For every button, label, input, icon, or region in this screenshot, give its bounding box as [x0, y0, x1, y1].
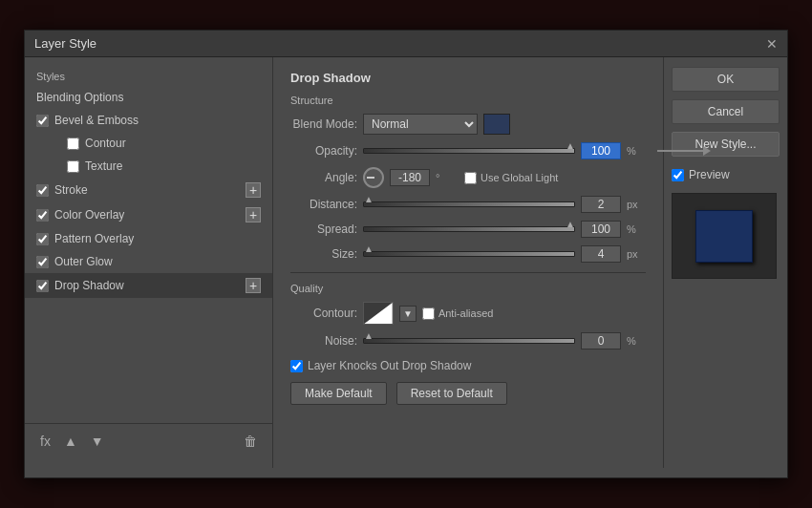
noise-input[interactable] — [581, 332, 621, 349]
anti-aliased-row: Anti-aliased — [422, 307, 493, 320]
opacity-label: Opacity: — [290, 144, 357, 158]
noise-label: Noise: — [290, 334, 357, 348]
sidebar-item-drop-shadow[interactable]: Drop Shadow + — [25, 273, 272, 298]
section-title: Drop Shadow — [290, 71, 646, 85]
title-bar: Layer Style ✕ — [25, 31, 787, 57]
opacity-row: Opacity: ▲ % — [290, 142, 646, 159]
size-input[interactable] — [581, 245, 621, 263]
right-panel: OK Cancel New Style... Preview — [663, 57, 787, 468]
quality-title: Quality — [290, 283, 646, 294]
layer-knocks-row: Layer Knocks Out Drop Shadow — [290, 359, 646, 372]
contour-preview[interactable] — [363, 302, 394, 325]
blend-mode-select[interactable]: Normal Multiply Screen Overlay — [363, 114, 478, 135]
size-unit: px — [627, 248, 646, 260]
distance-slider[interactable]: ▲ — [363, 198, 575, 211]
drop-shadow-checkbox[interactable] — [36, 280, 49, 292]
contour-row: Contour: ▼ Anti-aliased — [290, 302, 646, 325]
spread-slider[interactable]: ▲ — [363, 222, 575, 236]
opacity-input[interactable] — [581, 142, 621, 159]
delete-button[interactable]: 🗑 — [240, 432, 261, 451]
angle-unit: ° — [436, 172, 455, 183]
stroke-checkbox[interactable] — [36, 184, 49, 197]
preview-square — [695, 210, 753, 263]
contour-checkbox[interactable] — [67, 138, 79, 150]
anti-aliased-checkbox[interactable] — [422, 307, 435, 320]
sidebar-item-stroke[interactable]: Stroke + — [25, 178, 272, 202]
sidebar-item-contour[interactable]: Contour — [25, 132, 272, 155]
spread-row: Spread: ▲ % — [290, 221, 646, 238]
preview-box — [672, 193, 777, 279]
angle-input[interactable] — [390, 169, 430, 186]
left-panel-bottom: fx ▲ ▼ 🗑 — [25, 423, 272, 458]
spread-input[interactable] — [581, 221, 621, 238]
contour-dropdown-button[interactable]: ▼ — [399, 306, 417, 322]
preview-checkbox[interactable] — [672, 169, 684, 181]
blend-mode-label: Blend Mode: — [290, 117, 357, 131]
sidebar-item-pattern-overlay[interactable]: Pattern Overlay — [25, 227, 272, 250]
sidebar-item-color-overlay[interactable]: Color Overlay + — [25, 202, 272, 227]
outer-glow-checkbox[interactable] — [36, 256, 49, 268]
dialog-body: Styles Blending Options Bevel & Emboss C… — [25, 57, 787, 468]
ok-button[interactable]: OK — [672, 67, 780, 92]
contour-label: Contour: — [290, 307, 357, 320]
blend-mode-row: Blend Mode: Normal Multiply Screen Overl… — [290, 114, 646, 135]
noise-unit: % — [627, 335, 646, 347]
noise-row: Noise: ▲ % — [290, 332, 646, 349]
spread-unit: % — [627, 223, 646, 235]
middle-panel: Drop Shadow Structure Blend Mode: Normal… — [273, 57, 663, 468]
color-overlay-add-button[interactable]: + — [246, 207, 261, 222]
opacity-slider[interactable]: ▲ — [363, 144, 575, 158]
distance-input[interactable] — [581, 196, 621, 213]
noise-slider[interactable]: ▲ — [363, 334, 575, 348]
use-global-light-checkbox[interactable] — [464, 172, 477, 184]
color-swatch[interactable] — [483, 114, 510, 135]
bottom-buttons: Make Default Reset to Default — [290, 382, 646, 405]
styles-header: Styles — [25, 67, 272, 86]
svg-marker-0 — [364, 303, 392, 324]
fx-button[interactable]: fx — [36, 432, 54, 451]
sidebar-item-outer-glow[interactable]: Outer Glow — [25, 250, 272, 273]
close-button[interactable]: ✕ — [766, 37, 778, 51]
opacity-unit: % — [627, 145, 646, 157]
angle-dial[interactable] — [363, 167, 384, 188]
spread-label: Spread: — [290, 222, 357, 236]
size-row: Size: ▲ px — [290, 245, 646, 263]
use-global-light-row: Use Global Light — [464, 172, 558, 184]
bevel-emboss-checkbox[interactable] — [36, 115, 49, 127]
size-slider[interactable]: ▲ — [363, 247, 575, 261]
layer-style-dialog: Layer Style ✕ Styles Blending Options Be… — [24, 30, 788, 478]
sidebar-item-texture[interactable]: Texture — [25, 155, 272, 178]
structure-title: Structure — [290, 95, 646, 106]
left-panel: Styles Blending Options Bevel & Emboss C… — [25, 57, 273, 468]
move-down-button[interactable]: ▼ — [87, 432, 108, 451]
texture-checkbox[interactable] — [67, 160, 79, 173]
color-overlay-checkbox[interactable] — [36, 209, 49, 222]
angle-label: Angle: — [290, 171, 357, 184]
sidebar-item-blending-options[interactable]: Blending Options — [25, 86, 272, 109]
size-label: Size: — [290, 247, 357, 261]
pattern-overlay-checkbox[interactable] — [36, 233, 49, 245]
dialog-title: Layer Style — [34, 36, 96, 51]
distance-label: Distance: — [290, 198, 357, 211]
move-up-button[interactable]: ▲ — [60, 432, 81, 451]
stroke-add-button[interactable]: + — [246, 182, 261, 198]
distance-row: Distance: ▲ px — [290, 196, 646, 213]
drop-shadow-add-button[interactable]: + — [246, 278, 261, 293]
reset-to-default-button[interactable]: Reset to Default — [396, 382, 507, 405]
sidebar-item-bevel-emboss[interactable]: Bevel & Emboss — [25, 109, 272, 132]
preview-label: Preview — [672, 168, 780, 181]
make-default-button[interactable]: Make Default — [290, 382, 387, 405]
angle-row: Angle: ° Use Global Light — [290, 167, 646, 188]
layer-knocks-checkbox[interactable] — [290, 360, 303, 372]
distance-unit: px — [627, 199, 646, 210]
cancel-button[interactable]: Cancel — [672, 99, 780, 124]
